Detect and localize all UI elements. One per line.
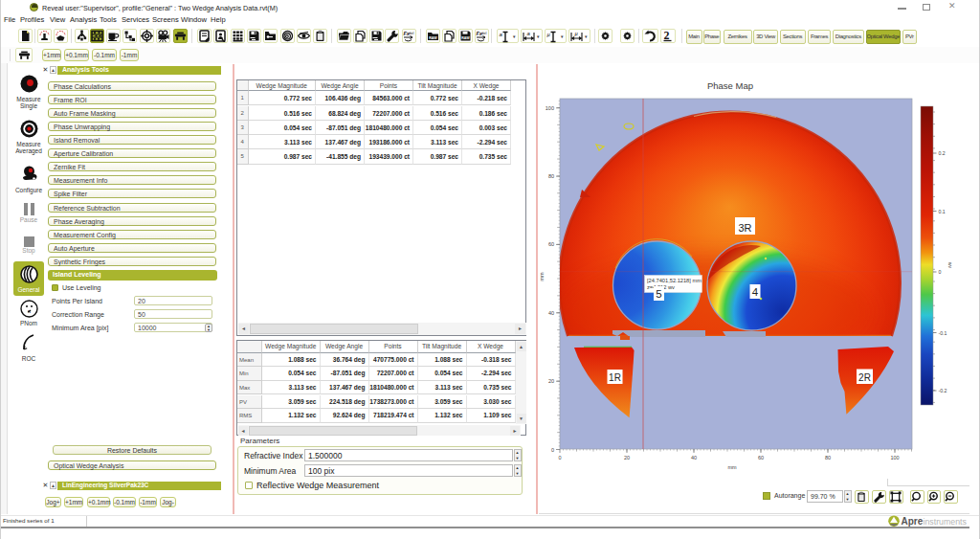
svg-text:mm: mm	[727, 464, 737, 470]
svg-text:20: 20	[548, 378, 554, 384]
svg-text:20: 20	[624, 455, 630, 460]
svg-text:-0.1: -0.1	[939, 330, 947, 336]
svg-text:del: del	[409, 31, 413, 35]
svg-text:RAW: RAW	[429, 36, 437, 40]
svg-text:100: 100	[890, 455, 899, 460]
svg-text:0.1: 0.1	[939, 209, 946, 214]
svg-text:μ: μ	[547, 31, 551, 37]
svg-text:[24.7401,52.1218] mm: [24.7401,52.1218] mm	[647, 278, 702, 283]
svg-text:0: 0	[558, 455, 561, 460]
svg-text:0.2: 0.2	[939, 150, 946, 156]
svg-text:-0.2: -0.2	[939, 388, 947, 393]
svg-text:0: 0	[551, 447, 554, 453]
svg-text:a: a	[500, 32, 503, 37]
svg-text:Phase Map: Phase Map	[707, 80, 753, 91]
svg-text:μ: μ	[575, 31, 579, 36]
svg-text:del: del	[481, 31, 486, 35]
svg-text:4: 4	[752, 286, 759, 298]
svg-text:80: 80	[825, 455, 831, 460]
svg-text:80: 80	[548, 173, 554, 179]
svg-text:instruments: instruments	[924, 516, 968, 526]
svg-text:60: 60	[758, 455, 764, 460]
svg-text:RAW: RAW	[461, 36, 470, 40]
svg-text:1R: 1R	[609, 372, 621, 383]
svg-text:60: 60	[548, 241, 554, 247]
svg-text:Apre: Apre	[902, 516, 924, 527]
svg-text:100: 100	[546, 105, 554, 111]
svg-text:0: 0	[939, 269, 942, 275]
svg-text:N: N	[28, 309, 31, 314]
svg-text:mm: mm	[539, 272, 545, 281]
svg-text:a: a	[527, 31, 531, 36]
svg-text:40: 40	[548, 310, 554, 316]
svg-text:5: 5	[656, 288, 661, 300]
svg-text:3R: 3R	[738, 222, 751, 234]
svg-text:40: 40	[691, 455, 697, 460]
svg-text:2R: 2R	[858, 372, 871, 383]
svg-text:wv: wv	[947, 262, 953, 269]
